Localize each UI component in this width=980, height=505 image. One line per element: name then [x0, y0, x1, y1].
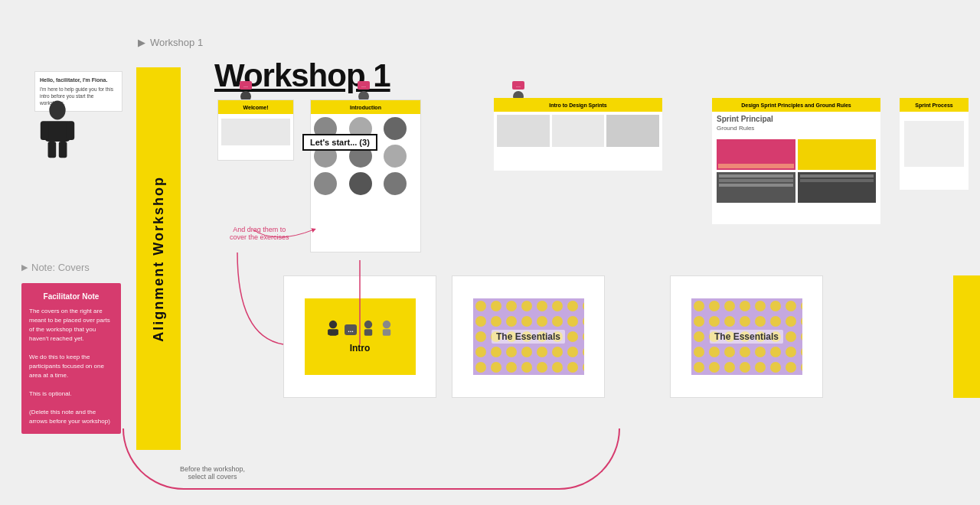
intro-hello: Hello, facilitator, I'm Fiona. [40, 77, 117, 84]
curve-bottom-annotation [122, 428, 620, 490]
principles-header: Design Sprint Principles and Ground Rule… [712, 98, 880, 112]
dark-cell-2 [798, 139, 877, 170]
lets-start-badge: Let's start... (3) [302, 134, 377, 151]
slide-design-sprints[interactable]: Intro to Design Sprints [494, 98, 662, 171]
vertical-banner: Alignment Workshop [136, 67, 181, 450]
essentials-2-label: The Essentials [710, 330, 783, 344]
cover-intro-card[interactable]: ... Intro [283, 275, 436, 398]
intro-person-1-icon [326, 320, 340, 340]
vertical-banner-text: Alignment Workshop [151, 176, 167, 342]
fourth-cover [953, 275, 980, 398]
svg-rect-9 [335, 329, 338, 335]
svg-rect-11 [364, 329, 372, 336]
dark-cell-3 [717, 172, 795, 203]
drag-annotation: And drag them to cover the exercises [230, 226, 289, 241]
person-svg [34, 98, 80, 159]
design-sprints-header: Intro to Design Sprints [494, 98, 662, 112]
svg-rect-5 [59, 142, 67, 158]
slide-welcome[interactable]: Welcome! [217, 99, 294, 161]
cover-essentials-2-card[interactable]: The Essentials [670, 275, 823, 398]
slide-welcome-header: Welcome! [218, 100, 293, 114]
people-grid [311, 114, 420, 198]
pink-badge-sprints: ... [512, 81, 524, 90]
before-workshop-note: Before the workshop, select all covers [180, 465, 245, 481]
cover-essentials-1-card[interactable]: The Essentials [452, 275, 605, 398]
breadcrumb-text: Workshop 1 [150, 37, 203, 48]
slide-introduction[interactable]: Introduction [310, 99, 421, 252]
breadcrumb-arrow: ▶ [138, 37, 145, 48]
essentials-1-label: The Essentials [492, 330, 565, 344]
sprint-process-body [900, 112, 969, 173]
sprint-process-header: Sprint Process [900, 98, 969, 112]
intro-person-3-icon [380, 320, 394, 340]
svg-rect-4 [48, 142, 57, 158]
svg-point-12 [383, 321, 390, 328]
note-covers-text: Note: Covers [31, 262, 90, 273]
facilitator-note-body: The covers on the right are meant to be … [29, 307, 113, 426]
intro-figures: ... [326, 320, 394, 340]
slide-welcome-body [218, 114, 293, 148]
sprints-sub-1 [497, 115, 550, 147]
person-cell-7 [314, 172, 337, 195]
sprint-process-content [904, 121, 964, 167]
cover-intro-label: Intro [350, 343, 371, 354]
svg-point-0 [49, 101, 65, 120]
svg-rect-1 [45, 121, 70, 142]
facilitator-note-card: Facilitator Note The covers on the right… [21, 283, 121, 434]
person-cell-3 [384, 117, 407, 140]
svg-rect-3 [67, 121, 75, 140]
dark-cell-1 [717, 139, 795, 170]
intro-person-2-icon [361, 320, 375, 340]
note-covers-label: ▶ Note: Covers [21, 262, 90, 273]
sprints-sub-3 [606, 115, 659, 147]
welcome-body-content [221, 119, 290, 145]
cover-essentials-2-inner: The Essentials [691, 298, 802, 375]
note-covers-arrow: ▶ [21, 262, 28, 272]
lets-start-text: Let's start... (3) [310, 138, 370, 147]
speech-bubble: ... [345, 324, 357, 335]
cover-intro-inner: ... Intro [305, 298, 416, 375]
design-sprints-body [494, 112, 662, 150]
slide-intro-header: Introduction [311, 100, 420, 114]
pink-speech-badge-intro: ... [358, 81, 370, 90]
sprints-sub-2 [552, 115, 605, 147]
facilitator-avatar [34, 98, 80, 159]
slide-principles[interactable]: Design Sprint Principles and Ground Rule… [712, 98, 880, 224]
principles-dark-grid [712, 135, 880, 207]
drag-text: And drag them to cover the exercises [230, 226, 289, 241]
person-cell-9 [384, 172, 407, 195]
canvas: ▶ Workshop 1 Workshop 1 Alignment Worksh… [0, 0, 980, 505]
facilitator-note-title: Facilitator Note [29, 291, 113, 302]
slide-sprint-process[interactable]: Sprint Process [900, 98, 969, 190]
svg-point-6 [329, 321, 337, 328]
sprint-principal-text: Sprint PrincipalGround Rules [712, 112, 880, 135]
person-cell-8 [349, 172, 372, 195]
person-cell-6 [384, 145, 407, 168]
svg-rect-13 [383, 329, 390, 336]
pink-speech-badge: ... [240, 81, 252, 90]
breadcrumb: ▶ Workshop 1 [138, 37, 203, 48]
svg-rect-8 [328, 329, 331, 335]
dark-cell-4 [798, 172, 877, 203]
before-workshop-text: Before the workshop, select all covers [180, 465, 245, 481]
cover-essentials-1-inner: The Essentials [473, 298, 584, 375]
svg-point-10 [364, 321, 372, 328]
svg-rect-2 [41, 121, 49, 140]
